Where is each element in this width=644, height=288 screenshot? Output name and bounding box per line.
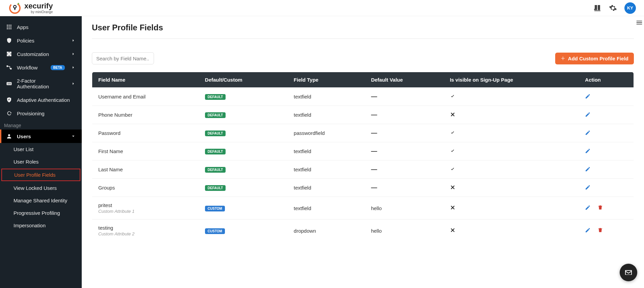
sync-icon xyxy=(6,110,12,116)
kind-pill: DEFAULT xyxy=(205,131,226,136)
edit-icon[interactable] xyxy=(585,112,591,117)
kind-pill: CUSTOM xyxy=(205,228,225,234)
table-row: pritestCustom Attribute 1CUSTOMtextfield… xyxy=(92,197,634,220)
sidebar-sub-locked-users[interactable]: View Locked Users xyxy=(0,182,82,194)
cell-action xyxy=(579,88,634,106)
logo[interactable]: xecurify by miniOrange xyxy=(8,1,53,15)
brand-sub: by miniOrange xyxy=(24,10,53,14)
sidebar: Apps Policies Customization Workflow BET… xyxy=(0,16,82,288)
svg-rect-8 xyxy=(10,27,11,28)
cross-icon xyxy=(450,112,456,117)
cell-action xyxy=(579,124,634,142)
add-custom-field-button[interactable]: Add Custom Profile Field xyxy=(555,53,634,64)
svg-point-16 xyxy=(8,134,10,136)
sidebar-item-customization[interactable]: Customization xyxy=(0,47,82,61)
toolbar: Add Custom Profile Field xyxy=(92,52,634,64)
table-row: Phone NumberDEFAULTtextfield— xyxy=(92,106,634,124)
svg-rect-2 xyxy=(15,7,16,10)
person-icon xyxy=(6,133,12,139)
edit-icon[interactable] xyxy=(585,205,591,210)
edit-icon[interactable] xyxy=(585,166,591,172)
sidebar-item-label: Apps xyxy=(17,24,76,30)
svg-rect-5 xyxy=(10,25,11,26)
cell-action xyxy=(579,220,634,242)
cell-visible xyxy=(444,88,579,106)
mail-fab[interactable] xyxy=(620,264,637,281)
cell-type: textfield xyxy=(288,197,365,220)
chevron-right-icon xyxy=(71,52,76,56)
sidebar-item-label: 2-Factor Authentication xyxy=(17,78,66,89)
apps-icon xyxy=(6,24,12,30)
cell-visible xyxy=(444,161,579,179)
table-row: First NameDEFAULTtextfield— xyxy=(92,142,634,161)
cell-default: — xyxy=(365,142,444,161)
cell-field-name: Last Name xyxy=(92,161,199,179)
logo-mark-icon xyxy=(8,1,22,15)
kind-pill: DEFAULT xyxy=(205,149,226,154)
book-icon[interactable] xyxy=(593,4,601,12)
edit-icon[interactable] xyxy=(585,130,591,136)
sidebar-item-adaptive[interactable]: Adaptive Authentication xyxy=(0,93,82,107)
cell-default: — xyxy=(365,161,444,179)
kind-pill: DEFAULT xyxy=(205,167,226,173)
cell-visible xyxy=(444,124,579,142)
cell-field-name: testingCustom Attribute 2 xyxy=(92,220,199,242)
svg-rect-7 xyxy=(9,27,10,28)
svg-rect-6 xyxy=(7,27,8,28)
sidebar-sub-user-list[interactable]: User List xyxy=(0,143,82,155)
chevron-right-icon xyxy=(71,81,76,86)
edit-icon[interactable] xyxy=(585,148,591,154)
sidebar-item-provisioning[interactable]: Provisioning xyxy=(0,107,82,120)
svg-rect-13 xyxy=(10,68,12,70)
cell-default: hello xyxy=(365,220,444,242)
sidebar-item-label: Adaptive Authentication xyxy=(17,97,76,103)
edit-icon[interactable] xyxy=(585,184,591,190)
sidebar-sub-progressive[interactable]: Progressive Profiling xyxy=(0,207,82,219)
cell-type: dropdown xyxy=(288,220,365,242)
trash-icon[interactable] xyxy=(597,227,603,233)
brand-name: xecurify xyxy=(24,2,53,10)
cell-kind: CUSTOM xyxy=(199,197,288,220)
hamburger-icon[interactable] xyxy=(636,19,643,26)
mail-icon xyxy=(624,268,633,277)
cross-icon xyxy=(450,184,456,190)
gear-icon[interactable] xyxy=(609,4,617,12)
sidebar-item-apps[interactable]: Apps xyxy=(0,20,82,34)
cell-type: textfield xyxy=(288,161,365,179)
sidebar-item-users[interactable]: Users xyxy=(0,129,82,143)
edit-icon[interactable] xyxy=(585,93,591,99)
search-input[interactable] xyxy=(92,52,154,64)
cell-kind: CUSTOM xyxy=(199,220,288,242)
cell-kind: DEFAULT xyxy=(199,124,288,142)
sidebar-sub-user-profile-fields[interactable]: User Profile Fields xyxy=(1,169,80,181)
profile-fields-table: Field Name Default/Custom Field Type Def… xyxy=(92,72,634,242)
svg-text:123: 123 xyxy=(7,83,11,85)
sidebar-item-workflow[interactable]: Workflow BETA xyxy=(0,61,82,74)
cell-type: textfield xyxy=(288,142,365,161)
cell-default: — xyxy=(365,124,444,142)
svg-rect-4 xyxy=(9,25,10,26)
check-icon xyxy=(450,130,456,136)
workflow-icon xyxy=(6,64,12,70)
check-icon xyxy=(450,148,456,154)
cross-icon xyxy=(450,227,456,233)
sidebar-sub-user-roles[interactable]: User Roles xyxy=(0,155,82,168)
svg-rect-10 xyxy=(9,28,10,29)
cell-type: textfield xyxy=(288,88,365,106)
svg-rect-12 xyxy=(7,65,8,67)
plus-icon xyxy=(561,56,565,61)
cell-kind: DEFAULT xyxy=(199,106,288,124)
sidebar-item-policies[interactable]: Policies xyxy=(0,34,82,47)
sidebar-item-2fa[interactable]: 123 2-Factor Authentication xyxy=(0,74,82,93)
cell-field-name: Groups xyxy=(92,179,199,197)
sidebar-sub-impersonation[interactable]: Impersonation xyxy=(0,219,82,232)
avatar[interactable]: KY xyxy=(624,2,636,14)
sidebar-sub-shared-identity[interactable]: Manage Shared Identity xyxy=(0,194,82,207)
table-row: PasswordDEFAULTpasswordfield— xyxy=(92,124,634,142)
beta-badge: BETA xyxy=(51,65,65,70)
cell-type: passwordfield xyxy=(288,124,365,142)
sidebar-item-label: Customization xyxy=(17,51,66,57)
edit-icon[interactable] xyxy=(585,227,591,233)
cell-kind: DEFAULT xyxy=(199,142,288,161)
trash-icon[interactable] xyxy=(597,205,603,210)
